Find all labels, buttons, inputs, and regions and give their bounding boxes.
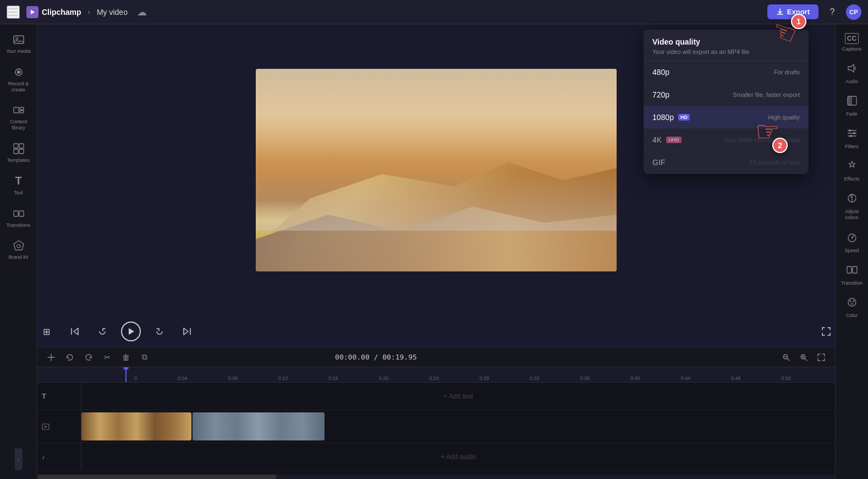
rs-transition[interactable]: Transition [838,260,866,290]
skip-to-end-button[interactable] [178,323,196,340]
svg-point-44 [851,303,853,305]
svg-rect-13 [14,211,18,216]
timeline-scrollbar[interactable] [37,475,835,479]
playhead [125,367,127,382]
svg-point-38 [851,237,853,238]
svg-marker-27 [848,64,854,72]
hamburger-menu[interactable] [7,6,20,19]
templates-icon [12,142,25,155]
svg-point-43 [853,300,855,302]
svg-rect-29 [848,96,852,105]
app-logo: Clipchamp [26,6,81,18]
video-clip-1[interactable] [81,412,191,440]
quality-label-480p: 480p [652,68,669,77]
sidebar-item-text[interactable]: T Text [2,170,35,200]
scrollbar-thumb[interactable] [37,475,277,479]
fast-forward-button[interactable] [151,323,168,340]
right-sidebar: CC Captions Audio Fade [835,24,868,479]
quality-option-480p[interactable]: 480p For drafts [644,61,809,84]
ruler-mark-52: 0:52 [781,375,791,381]
sidebar-label-content-library: Content library [4,119,33,131]
sidebar-label-text: Text [14,190,23,196]
sidebar-item-your-media[interactable]: Your media [2,29,35,59]
rs-color[interactable]: Color [838,292,866,323]
sidebar-item-transitions[interactable]: Transitions [2,203,35,233]
sidebar-item-content-library[interactable]: Content library [2,99,35,135]
ruler-mark-40: 0:40 [630,375,640,381]
help-button[interactable]: ? [824,4,840,20]
svg-rect-39 [847,266,851,273]
dropdown-subtitle: Your video will export as an MP4 file [652,48,800,55]
svg-marker-15 [14,241,24,250]
ruler-mark-48: 0:48 [731,375,741,381]
logo-icon [26,6,39,18]
rs-audio[interactable]: Audio [838,58,866,89]
sidebar-collapse-btn[interactable]: › [15,448,23,470]
rs-fade-label: Fade [846,111,858,117]
audio-track-label: ♪ [37,443,81,470]
svg-point-16 [17,244,20,248]
video-track-content [81,410,835,443]
quality-left-1080p: 1080p HD [652,113,690,122]
rs-adjust-colors[interactable]: Adjust colors [838,188,866,225]
video-clip-2[interactable] [193,412,325,440]
add-audio-placeholder[interactable]: + Add audio [441,453,476,461]
sidebar-item-brand-kit[interactable]: Brand kit [2,235,35,265]
ruler-labels: 0 0:04 0:08 0:12 0:16 0:20 0:24 0:28 0:3… [134,375,791,382]
ruler-mark-24: 0:24 [429,375,439,381]
rewind-button[interactable] [94,323,111,340]
split-button[interactable]: ⧉ [138,350,152,364]
text-track-label: T [37,383,81,410]
quality-badge-uhd: UHD [666,137,682,143]
topbar: Clipchamp › My video ☁ Export ? CP [0,0,868,24]
undo-button[interactable] [63,350,77,364]
zoom-in-button[interactable] [796,350,811,364]
quality-option-gif[interactable]: GIF 15 seconds or less [644,151,809,174]
cut-button[interactable]: ✂ [100,350,114,364]
rs-effects[interactable]: Effects [838,156,866,186]
timeline-toolbar: ✂ 🗑 ⧉ 00:00.00 / 00:19.95 [37,347,835,367]
cloud-save-icon[interactable]: ☁ [134,4,150,20]
play-button[interactable] [121,322,141,341]
rs-filters[interactable]: Filters [838,123,866,154]
transition-icon [847,264,858,278]
drag-tool[interactable] [44,350,58,364]
quality-note-gif: 15 seconds or less [749,159,800,166]
quality-option-1080p[interactable]: 1080p HD High quality [644,106,809,129]
rs-filters-label: Filters [845,144,859,149]
fullscreen-button[interactable] [817,323,835,340]
rs-adjust-colors-label: Adjust colors [840,209,864,221]
quality-option-720p[interactable]: 720p Smaller file, faster export [644,84,809,106]
svg-rect-10 [19,144,24,148]
fit-button[interactable] [814,350,828,364]
quality-option-4k[interactable]: 4K UHD Your video has no 4K media [644,129,809,151]
video-thumbnail [256,69,617,271]
sticker-button[interactable]: ⊞ [37,323,55,340]
sidebar-item-record-create[interactable]: Record & create [2,61,35,97]
rs-speed[interactable]: Speed [838,227,866,258]
filters-icon [847,128,858,141]
export-button[interactable]: Export [767,4,818,19]
ruler-marks-container: 0 0:04 0:08 0:12 0:16 0:20 0:24 0:28 0:3… [81,367,791,382]
adjust-colors-icon [847,193,858,206]
quality-label-720p: 720p [652,90,669,99]
svg-rect-8 [20,111,24,113]
delete-button[interactable]: 🗑 [119,350,133,364]
quality-badge-hd: HD [678,114,690,121]
sidebar-item-templates[interactable]: Templates [2,138,35,168]
video-container [256,69,617,271]
project-name[interactable]: My video [97,8,128,17]
captions-icon: CC [845,33,859,44]
redo-button[interactable] [81,350,96,364]
rs-captions[interactable]: CC Captions [838,29,866,56]
zoom-out-button[interactable] [779,350,793,364]
skip-to-start-button[interactable] [66,323,84,340]
avatar[interactable]: CP [846,4,861,20]
add-text-placeholder[interactable]: + Add text [443,393,473,400]
video-track-label [37,410,81,443]
ruler-mark-20: 0:20 [379,375,389,381]
ruler-mark-8: 0:08 [228,375,238,381]
rs-fade[interactable]: Fade [838,91,866,121]
ruler-mark-28: 0:28 [480,375,490,381]
sidebar-label-your-media: Your media [6,48,31,55]
